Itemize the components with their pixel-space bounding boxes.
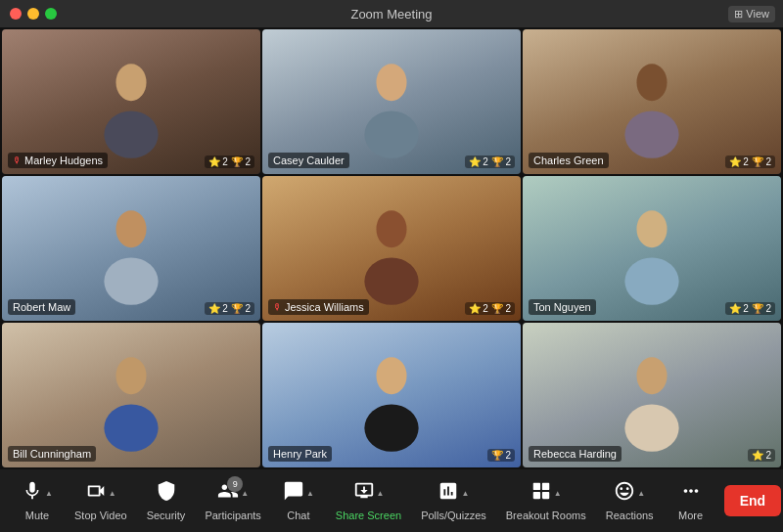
toolbar-item-security[interactable]: Security — [139, 476, 194, 525]
video-cell-2: Casey Caulder⭐ 2 🏆 2 — [262, 29, 521, 174]
name-badge-9: Rebecca Harding — [529, 446, 622, 462]
name-badge-5: 🎙Jessica Williams — [268, 299, 369, 315]
end-button[interactable]: End — [724, 485, 781, 516]
window-controls — [10, 8, 57, 20]
reactions-caret: ▲ — [637, 489, 645, 498]
window-title: Zoom Meeting — [350, 7, 432, 22]
stop-video-svg — [85, 480, 107, 507]
chat-caret: ▲ — [306, 489, 314, 498]
video-cell-8: Henry Park 🏆 2 — [262, 323, 521, 467]
toolbar: ▲Mute▲Stop VideoSecurity9▲Participants▲C… — [0, 469, 783, 532]
chat-icon-area: ▲ — [283, 480, 314, 507]
polls-quizzes-icon — [438, 480, 459, 507]
svg-point-1 — [115, 64, 146, 101]
security-svg — [156, 480, 177, 507]
more-label: More — [678, 510, 703, 521]
reactions-icon — [614, 480, 635, 507]
share-screen-icon-area: ▲ — [353, 480, 385, 507]
svg-point-7 — [115, 210, 146, 247]
name-badge-3: Charles Green — [529, 153, 609, 168]
name-badge-4: Robert Maw — [8, 299, 75, 315]
svg-point-13 — [115, 357, 146, 394]
muted-icon: 🎙 — [13, 155, 22, 165]
mute-caret: ▲ — [45, 489, 53, 498]
toolbar-item-polls-quizzes[interactable]: ▲Polls/Quizzes — [413, 476, 494, 525]
svg-point-0 — [104, 111, 158, 157]
video-cell-4: Robert Maw⭐ 2 🏆 2 — [2, 176, 260, 321]
name-badge-2: Casey Caulder — [268, 153, 349, 168]
name-badge-7: Bill Cunningham — [8, 446, 96, 462]
more-icon — [680, 480, 702, 507]
video-cell-3: Charles Green⭐ 2 🏆 2 — [523, 29, 781, 174]
mute-svg — [22, 480, 43, 507]
polls-quizzes-svg — [438, 480, 459, 507]
close-button[interactable] — [10, 8, 22, 20]
breakout-rooms-icon — [530, 480, 552, 507]
stop-video-caret: ▲ — [109, 489, 116, 498]
participants-icon-area: 9▲ — [217, 480, 249, 507]
svg-point-4 — [624, 111, 678, 157]
reactions-svg — [614, 480, 635, 507]
video-cell-6: Ton Nguyen⭐ 2 🏆 2 — [523, 176, 781, 321]
achievement-badge: 🏆 2 — [487, 449, 515, 462]
toolbar-item-participants[interactable]: 9▲Participants — [197, 476, 268, 525]
svg-point-17 — [636, 357, 667, 394]
video-cell-1: 🎙Marley Hudgens⭐ 2 🏆 2 — [2, 29, 260, 174]
share-screen-caret: ▲ — [377, 489, 385, 498]
stop-video-icon — [85, 480, 107, 507]
mute-icon-area: ▲ — [22, 480, 53, 507]
polls-quizzes-caret: ▲ — [461, 489, 469, 498]
achievement-badge: ⭐ 2 — [748, 449, 775, 462]
name-badge-8: Henry Park — [268, 446, 332, 462]
participant-name: Jessica Williams — [285, 301, 364, 313]
maximize-button[interactable] — [45, 8, 57, 20]
achievement-badge: ⭐ 2 🏆 2 — [725, 155, 775, 168]
stop-video-icon-area: ▲ — [85, 480, 116, 507]
share-screen-icon — [353, 480, 375, 507]
achievement-badge: ⭐ 2 🏆 2 — [465, 155, 515, 168]
svg-point-2 — [364, 111, 418, 157]
video-cell-5: 🎙Jessica Williams⭐ 2 🏆 2 — [262, 176, 521, 321]
toolbar-item-share-screen[interactable]: ▲Share Screen — [328, 476, 409, 525]
mute-label: Mute — [25, 510, 49, 521]
participants-label: Participants — [205, 510, 260, 521]
achievement-badge: ⭐ 2 🏆 2 — [725, 302, 775, 315]
more-svg — [680, 480, 702, 507]
name-badge-1: 🎙Marley Hudgens — [8, 153, 108, 168]
toolbar-item-chat[interactable]: ▲Chat — [273, 476, 324, 525]
toolbar-item-stop-video[interactable]: ▲Stop Video — [67, 476, 135, 525]
chat-icon — [283, 480, 304, 507]
toolbar-item-more[interactable]: More — [666, 476, 716, 525]
toolbar-item-mute[interactable]: ▲Mute — [12, 476, 63, 525]
svg-point-14 — [364, 404, 418, 451]
toolbar-center: ▲Mute▲Stop VideoSecurity9▲Participants▲C… — [12, 476, 716, 525]
svg-point-8 — [364, 257, 418, 304]
participant-name: Marley Hudgens — [24, 155, 103, 166]
toolbar-item-reactions[interactable]: ▲Reactions — [598, 476, 662, 525]
polls-quizzes-label: Polls/Quizzes — [421, 510, 486, 521]
participant-name: Rebecca Harding — [533, 448, 617, 460]
chat-label: Chat — [287, 510, 309, 521]
toolbar-item-breakout-rooms[interactable]: ▲Breakout Rooms — [498, 476, 594, 525]
achievement-badge: ⭐ 2 🏆 2 — [465, 302, 515, 315]
participants-caret: ▲ — [241, 489, 249, 498]
svg-point-16 — [624, 404, 678, 451]
chat-svg — [283, 480, 304, 507]
name-badge-6: Ton Nguyen — [529, 299, 596, 315]
participants-icon: 9 — [217, 480, 239, 507]
participant-name: Charles Green — [533, 155, 604, 166]
breakout-rooms-label: Breakout Rooms — [506, 510, 586, 521]
svg-point-3 — [376, 64, 406, 101]
achievement-badge: ⭐ 2 🏆 2 — [205, 155, 254, 168]
participant-name: Ton Nguyen — [533, 301, 591, 313]
participant-name: Robert Maw — [13, 301, 70, 313]
polls-quizzes-icon-area: ▲ — [438, 480, 469, 507]
view-button[interactable]: ⊞ View — [728, 6, 775, 22]
minimize-button[interactable] — [27, 8, 39, 20]
video-cell-7: Bill Cunningham — [2, 323, 260, 467]
breakout-rooms-caret: ▲ — [554, 489, 562, 498]
participant-name: Casey Caulder — [273, 155, 345, 166]
svg-point-11 — [636, 210, 667, 247]
share-screen-label: Share Screen — [336, 510, 401, 521]
participant-name: Bill Cunningham — [13, 448, 91, 460]
